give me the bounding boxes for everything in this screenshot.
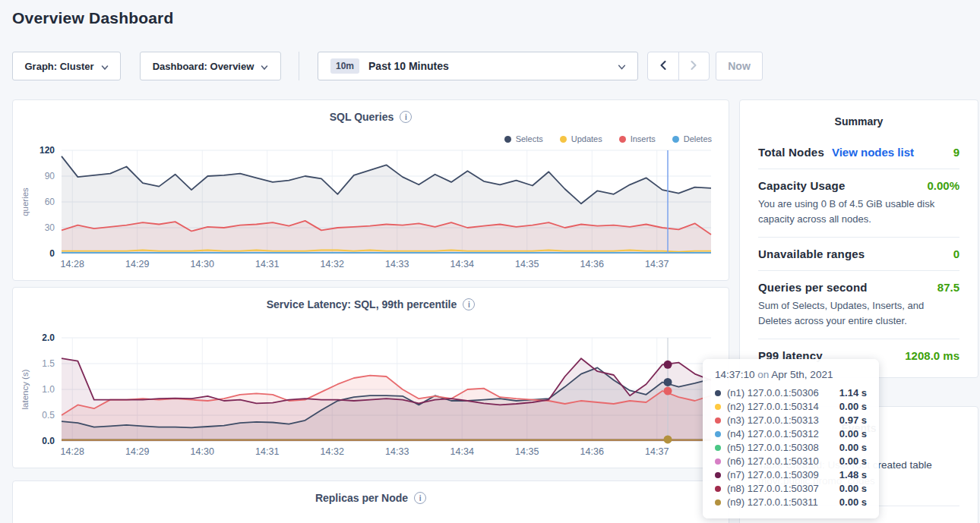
summary-row-total-nodes: Total Nodes View nodes list 9 xyxy=(758,146,959,159)
svg-text:1.5: 1.5 xyxy=(42,358,55,369)
events-panel: Events Table Created: User root created … xyxy=(739,406,978,523)
legend-item-deletes: Deletes xyxy=(672,134,712,143)
svg-text:14:33: 14:33 xyxy=(385,259,409,269)
svg-text:2.0: 2.0 xyxy=(42,332,55,343)
legend-item-inserts: Inserts xyxy=(619,134,656,143)
legend-dot-icon xyxy=(619,136,626,143)
chevron-right-icon xyxy=(689,60,698,73)
dashboard-toolbar: Graph: Cluster Dashboard: Overview 10m P… xyxy=(0,52,980,80)
graph-scope-label: Graph: Cluster xyxy=(24,61,93,72)
svg-text:14:37: 14:37 xyxy=(645,446,669,457)
capacity-usage-desc: You are using 0 B of 4.5 GiB usable disk… xyxy=(758,197,959,227)
event-item: Table Created: User root created table m… xyxy=(758,452,959,501)
capacity-usage-value: 0.00% xyxy=(927,179,959,192)
sql-queries-panel: SQL Queries i SelectsUpdatesInsertsDelet… xyxy=(12,99,729,281)
svg-text:14:35: 14:35 xyxy=(515,259,539,269)
svg-text:14:35: 14:35 xyxy=(515,446,539,457)
sql-queries-legend: SelectsUpdatesInsertsDeletes xyxy=(504,134,712,143)
chevron-down-icon xyxy=(101,62,109,70)
time-pager xyxy=(647,52,710,80)
view-nodes-list-link[interactable]: View nodes list xyxy=(832,146,914,159)
summary-panel: Summary Total Nodes View nodes list 9 Ca… xyxy=(739,99,978,378)
time-forward-button[interactable] xyxy=(679,52,710,80)
svg-text:14:37: 14:37 xyxy=(645,259,669,269)
total-nodes-label: Total Nodes xyxy=(758,146,824,159)
dashboard-dropdown-label: Dashboard: Overview xyxy=(153,61,254,72)
legend-item-selects: Selects xyxy=(504,134,543,143)
unavailable-ranges-value: 0 xyxy=(953,247,959,260)
service-latency-chart[interactable]: 14:2814:2914:3014:3114:3214:3314:3414:35… xyxy=(13,326,730,462)
svg-text:30: 30 xyxy=(45,222,55,233)
legend-dot-icon xyxy=(672,136,679,143)
events-title: Events xyxy=(758,422,959,434)
info-icon[interactable]: i xyxy=(463,298,475,310)
svg-text:latency (s): latency (s) xyxy=(21,369,30,409)
divider xyxy=(758,169,959,169)
divider xyxy=(758,339,959,339)
queries-per-second-label: Queries per second xyxy=(758,281,868,294)
service-latency-panel: Service Latency: SQL, 99th percentile i … xyxy=(12,287,729,468)
svg-text:60: 60 xyxy=(45,197,55,207)
svg-text:14:30: 14:30 xyxy=(191,259,214,269)
queries-per-second-value: 87.5 xyxy=(937,281,959,294)
time-range-selector[interactable]: 10m Past 10 Minutes xyxy=(318,52,638,80)
overview-dashboard-page: Overview Dashboard Graph: Cluster Dashbo… xyxy=(0,0,980,523)
summary-row-capacity: Capacity Usage 0.00% You are using 0 B o… xyxy=(758,179,959,227)
total-nodes-value: 9 xyxy=(953,146,959,159)
sidebar: Summary Total Nodes View nodes list 9 Ca… xyxy=(739,99,978,523)
svg-text:14:29: 14:29 xyxy=(125,259,149,269)
svg-text:14:31: 14:31 xyxy=(255,259,279,269)
capacity-usage-label: Capacity Usage xyxy=(758,179,846,192)
divider xyxy=(758,506,959,506)
svg-text:120: 120 xyxy=(40,145,55,156)
svg-text:14:34: 14:34 xyxy=(450,446,474,457)
queries-per-second-desc: Sum of Selects, Updates, Inserts, and De… xyxy=(758,298,959,329)
p99-latency-value: 1208.0 ms xyxy=(905,349,959,362)
svg-text:queries: queries xyxy=(21,187,30,216)
svg-text:90: 90 xyxy=(45,171,55,181)
time-range-label: Past 10 Minutes xyxy=(368,60,449,72)
replicas-per-node-title: Replicas per Node xyxy=(315,492,408,504)
chevron-down-icon xyxy=(261,62,268,70)
chevron-down-icon xyxy=(618,62,625,70)
legend-dot-icon xyxy=(560,136,567,143)
svg-text:14:32: 14:32 xyxy=(321,259,344,269)
legend-item-updates: Updates xyxy=(560,134,602,143)
svg-text:1.0: 1.0 xyxy=(42,384,55,395)
svg-text:14:34: 14:34 xyxy=(450,259,474,269)
graph-scope-dropdown[interactable]: Graph: Cluster xyxy=(12,52,121,80)
info-icon[interactable]: i xyxy=(414,492,426,504)
svg-text:14:33: 14:33 xyxy=(385,446,409,457)
svg-text:14:36: 14:36 xyxy=(580,446,604,457)
page-title: Overview Dashboard xyxy=(12,9,174,27)
svg-text:0.0: 0.0 xyxy=(42,436,55,446)
unavailable-ranges-label: Unavailable ranges xyxy=(758,247,865,260)
toolbar-divider xyxy=(299,52,299,80)
svg-text:14:31: 14:31 xyxy=(255,446,279,457)
p99-latency-label: P99 latency xyxy=(758,349,823,362)
service-latency-title: Service Latency: SQL, 99th percentile xyxy=(267,298,457,310)
legend-dot-icon xyxy=(504,136,511,143)
dashboard-dropdown[interactable]: Dashboard: Overview xyxy=(140,52,281,80)
time-back-button[interactable] xyxy=(648,52,679,80)
replicas-per-node-panel: Replicas per Node i xyxy=(12,480,729,523)
divider xyxy=(758,270,959,271)
summary-row-qps: Queries per second 87.5 Sum of Selects, … xyxy=(758,281,959,329)
svg-text:0: 0 xyxy=(49,248,55,259)
event-item: Table Created: User root created table m… xyxy=(758,514,959,523)
divider xyxy=(758,237,959,238)
summary-row-unavailable: Unavailable ranges 0 xyxy=(758,247,959,260)
summary-row-p99: P99 latency 1208.0 ms xyxy=(758,349,959,362)
now-button[interactable]: Now xyxy=(716,52,763,80)
svg-text:14:30: 14:30 xyxy=(191,446,214,457)
summary-title: Summary xyxy=(758,115,959,128)
charts-column: SQL Queries i SelectsUpdatesInsertsDelet… xyxy=(12,99,729,523)
sql-queries-chart[interactable]: 14:2814:2914:3014:3114:3214:3314:3414:35… xyxy=(13,138,730,275)
svg-text:14:28: 14:28 xyxy=(61,446,84,457)
svg-text:14:29: 14:29 xyxy=(125,446,149,457)
info-icon[interactable]: i xyxy=(400,111,412,123)
time-range-badge: 10m xyxy=(330,58,359,74)
svg-text:14:36: 14:36 xyxy=(580,259,604,269)
chevron-left-icon xyxy=(659,60,668,73)
svg-text:14:28: 14:28 xyxy=(61,259,84,269)
